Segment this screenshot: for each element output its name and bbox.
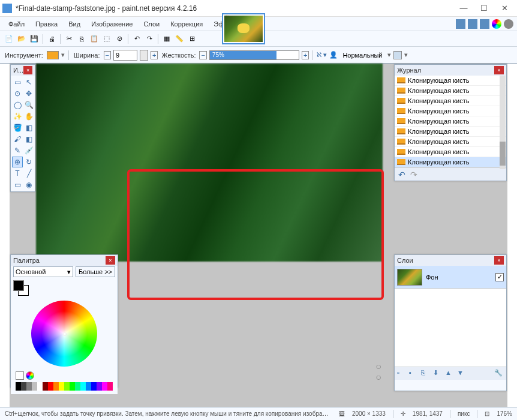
- tool-brush[interactable]: 🖌: [12, 134, 23, 145]
- history-item[interactable]: Клонирующая кисть: [395, 116, 506, 127]
- menu-file[interactable]: Файл: [4, 19, 29, 29]
- color-swatches[interactable]: [13, 280, 30, 297]
- layer-merge-button[interactable]: ⬇: [433, 369, 443, 379]
- width-spinner[interactable]: [140, 50, 148, 61]
- tool-rect-select[interactable]: ▭: [12, 77, 23, 88]
- history-close-button[interactable]: ×: [494, 66, 504, 74]
- color-wheel[interactable]: [31, 301, 97, 367]
- sampling-icon[interactable]: [393, 51, 402, 59]
- history-item[interactable]: Клонирующая кисть: [395, 86, 506, 96]
- color-cell[interactable]: [48, 382, 53, 391]
- minimize-button[interactable]: —: [453, 1, 474, 16]
- color-cell[interactable]: [43, 382, 48, 391]
- history-item[interactable]: Клонирующая кисть: [395, 106, 506, 116]
- undo-button[interactable]: ↶: [131, 34, 142, 44]
- layer-delete-button[interactable]: ▪: [409, 369, 419, 379]
- palette-manage-icon[interactable]: [26, 371, 34, 380]
- layer-down-button[interactable]: ▼: [457, 369, 467, 379]
- tool-picker[interactable]: 💉: [23, 145, 34, 156]
- tool-rect[interactable]: ▭: [12, 179, 23, 190]
- width-input[interactable]: [113, 50, 137, 61]
- color-cell[interactable]: [102, 382, 107, 391]
- layer-duplicate-button[interactable]: ⎘: [421, 369, 431, 379]
- copy-button[interactable]: ⎘: [76, 34, 87, 44]
- tool-pencil[interactable]: ✎: [12, 145, 23, 156]
- menu-image[interactable]: Изображение: [86, 19, 137, 29]
- color-cell[interactable]: [70, 382, 75, 391]
- antialias-icon[interactable]: ℵ ▾: [317, 51, 327, 59]
- tool-move-selection[interactable]: ✥: [23, 88, 34, 99]
- tool-recolor[interactable]: ↻: [23, 157, 34, 167]
- color-cell[interactable]: [53, 382, 59, 391]
- layers-window-icon[interactable]: [480, 19, 489, 29]
- layer-visibility-checkbox[interactable]: ✓: [495, 273, 504, 281]
- tool-zoom[interactable]: 🔍: [23, 100, 34, 110]
- layer-up-button[interactable]: ▲: [445, 369, 455, 379]
- tool-lasso[interactable]: ⊙: [12, 88, 23, 99]
- history-item[interactable]: Клонирующая кисть▾: [395, 157, 506, 167]
- layer-props-button[interactable]: 🔧: [494, 369, 504, 379]
- color-cell[interactable]: [91, 382, 97, 391]
- crop-button[interactable]: ⬚: [101, 34, 112, 44]
- history-item[interactable]: Клонирующая кисть: [395, 127, 506, 137]
- stiffness-plus[interactable]: +: [302, 51, 309, 59]
- color-cell[interactable]: [21, 382, 26, 391]
- tools-close-button[interactable]: ×: [23, 66, 32, 74]
- redo-button[interactable]: ↷: [144, 34, 155, 44]
- maximize-button[interactable]: ☐: [474, 1, 494, 16]
- open-button[interactable]: 📂: [16, 34, 27, 44]
- history-redo-button[interactable]: ↷: [410, 170, 417, 179]
- width-plus[interactable]: +: [151, 51, 158, 59]
- save-button[interactable]: 💾: [29, 34, 40, 44]
- history-item[interactable]: Клонирующая кисть: [395, 76, 506, 86]
- colors-window-icon[interactable]: [492, 19, 501, 29]
- tool-fill[interactable]: 🪣: [12, 122, 23, 133]
- document-thumbnail[interactable]: ✶: [222, 13, 265, 44]
- palette-close-button[interactable]: ×: [106, 256, 115, 265]
- primary-color-dropdown[interactable]: Основной▾: [13, 266, 73, 277]
- history-undo-button[interactable]: ↶: [398, 170, 405, 179]
- status-zoom[interactable]: 176%: [497, 410, 512, 417]
- blend-icon[interactable]: 👤: [329, 51, 338, 59]
- tool-line[interactable]: ╱: [23, 168, 34, 179]
- deselect-button[interactable]: ⊘: [114, 34, 125, 44]
- menu-layers[interactable]: Слои: [139, 19, 164, 29]
- color-cell[interactable]: [97, 382, 102, 391]
- tool-shape[interactable]: ◉: [23, 179, 34, 190]
- new-button[interactable]: 📄: [4, 34, 14, 44]
- tool-ellipse-select[interactable]: ◯: [12, 100, 23, 110]
- color-cell[interactable]: [16, 382, 21, 391]
- layer-item[interactable]: Фон ✓: [395, 266, 506, 289]
- status-unit[interactable]: пикс: [458, 410, 470, 417]
- layers-close-button[interactable]: ×: [494, 256, 504, 265]
- tool-text[interactable]: T: [12, 168, 23, 179]
- menu-edit[interactable]: Правка: [31, 19, 62, 29]
- print-button[interactable]: 🖨: [46, 34, 57, 44]
- paste-button[interactable]: 📋: [89, 34, 100, 44]
- history-item[interactable]: Клонирующая кисть: [395, 96, 506, 106]
- grid-button[interactable]: ▦: [161, 34, 172, 44]
- cut-button[interactable]: ✂: [64, 34, 74, 44]
- ruler-button[interactable]: 📏: [174, 34, 185, 44]
- palette-add-icon[interactable]: [16, 371, 24, 380]
- primary-color-swatch[interactable]: [13, 280, 24, 291]
- menu-view[interactable]: Вид: [64, 19, 85, 29]
- settings-icon[interactable]: [504, 19, 513, 29]
- color-cell[interactable]: [64, 382, 70, 391]
- close-button[interactable]: ✕: [494, 1, 515, 16]
- color-cell[interactable]: [107, 382, 113, 391]
- color-strip[interactable]: [16, 382, 113, 391]
- width-minus[interactable]: −: [104, 51, 111, 59]
- tool-indicator-icon[interactable]: [47, 51, 59, 59]
- tool-clone-stamp[interactable]: ⊕: [12, 157, 23, 167]
- tool-move[interactable]: ↖: [23, 77, 34, 88]
- tool-magic-wand[interactable]: ✨: [12, 111, 23, 122]
- color-cell[interactable]: [75, 382, 80, 391]
- color-cell[interactable]: [80, 382, 86, 391]
- tool-pan[interactable]: ✋: [23, 111, 34, 122]
- history-window-icon[interactable]: [468, 19, 477, 29]
- color-cell[interactable]: [37, 382, 43, 391]
- stiffness-minus[interactable]: −: [199, 51, 206, 59]
- palette-more-button[interactable]: Больше >>: [76, 266, 115, 277]
- color-cell[interactable]: [26, 382, 32, 391]
